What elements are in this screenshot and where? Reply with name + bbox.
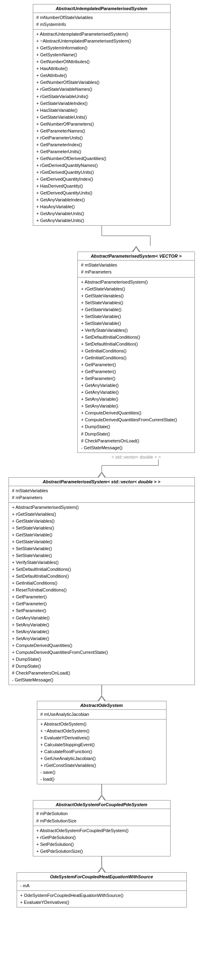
method-item: + GetParameterIndex() [36, 141, 167, 148]
method-item: + GetParameterUnits() [36, 148, 167, 155]
method-item: + GetInitialConditions() [12, 580, 191, 587]
field-item: # mUseAnalyticJacobian [41, 711, 163, 718]
parameterised-double-row: AbstractParameterisedSystem< std::vector… [4, 472, 199, 685]
ode-heat-box: OdeSystemForCoupledHeatEquationWithSourc… [17, 872, 187, 907]
abstract-ode-pde-fields: # mPdeSolution # mPdeSolutionSize [33, 809, 170, 826]
method-item: + SetPdeSolution() [36, 841, 167, 848]
method-item: + GetDerivedQuantityIndex() [36, 176, 167, 183]
method-item: + ComputeDerivedQuantities() [81, 410, 191, 416]
method-item: + SetDefaultInitialCondition() [81, 341, 191, 348]
method-item: + GetUseAnalyticJacobian() [41, 755, 163, 762]
method-item: + DumpState() [12, 656, 191, 663]
method-item: + DumpState() [81, 423, 191, 430]
method-item: + rGetStateVariables() [81, 286, 191, 293]
field-item: # mSystemInfo [36, 21, 167, 28]
method-item: + ResetToInitialConditions() [12, 587, 191, 594]
method-item: + GetNumberOfStateVariables() [36, 79, 167, 86]
method-item: + GetAnyVariableIndex() [36, 196, 167, 203]
abstract-ode-row: AbstractOdeSystem # mUseAnalyticJacobian… [4, 701, 199, 784]
abstract-untemplated-title: AbstractUntemplatedParameterisedSystem [33, 4, 170, 13]
method-item: + GetInitialConditions() [81, 348, 191, 354]
method-item: - GetStateMessage() [81, 444, 191, 451]
method-item: + HasAnyVariable() [36, 203, 167, 210]
method-item: + GetNumberOfParameters() [36, 121, 167, 128]
method-item: + EvaluateYDerivatives() [41, 734, 163, 741]
field-item: # mStateVariables [81, 262, 191, 269]
method-item: + GetNumberOfAttributes() [36, 58, 167, 65]
method-item: + GetStateVariable() [12, 538, 191, 545]
ode-heat-methods: + OdeSystemForCoupledHeatEquationWithSou… [17, 891, 186, 907]
method-item: + HasDerivedQuantity() [36, 183, 167, 190]
method-item: + rGetDerivedQuantityUnits() [36, 169, 167, 176]
method-item: + SetDefaultInitialCondition() [12, 573, 191, 580]
method-item: + ComputeDerivedQuantitiesFromCurrentSta… [81, 416, 191, 423]
method-item: + rGetConstStateVariables() [41, 762, 163, 769]
method-item: + GetAnyVariable() [81, 382, 191, 389]
method-item: + OdeSystemForCoupledHeatEquationWithSou… [20, 892, 183, 899]
method-item: + SetAnyVariable() [12, 635, 191, 642]
method-item: + SetStateVariable() [81, 313, 191, 320]
method-item: + rGetStateVariableUnits() [36, 93, 167, 100]
method-item: + GetStateVariables() [12, 518, 191, 525]
method-item: + AbstractParameterisedSystem() [81, 279, 191, 286]
method-item: + SetStateVariable() [12, 545, 191, 552]
parameterised-vector-row: AbstractParameterisedSystem< VECTOR > # … [4, 246, 199, 459]
method-item: - save() [41, 769, 163, 776]
field-item: - mA [20, 882, 183, 889]
connector-1 [4, 226, 199, 246]
method-item: + AbstractParameterisedSystem() [12, 504, 191, 511]
connector-3 [98, 685, 106, 701]
field-item: # mPdeSolution [36, 810, 167, 817]
method-item: + GetAnyVariable() [81, 389, 191, 396]
method-item: + EvaluateYDerivatives() [20, 899, 183, 906]
method-item: + SetParameter() [81, 375, 191, 382]
method-item: + GetStateVariables() [81, 293, 191, 299]
abstract-ode-fields: # mUseAnalyticJacobian [37, 710, 166, 720]
diagram: AbstractUntemplatedParameterisedSystem #… [4, 4, 199, 907]
field-item: # mStateVariables [12, 487, 191, 494]
method-item: + AbstractOdeSystem() [41, 721, 163, 728]
method-item: + SetAnyVariable() [12, 621, 191, 628]
method-item: + GetStateVariableIndex() [36, 100, 167, 107]
method-item: + GetStateVariable() [12, 532, 191, 538]
method-item: + SetAnyVariable() [81, 403, 191, 410]
method-item: + rGetDerivedQuantityNames() [36, 162, 167, 169]
method-item: + ~AbstractOdeSystem() [41, 728, 163, 734]
method-item: + GetPdeSolutionSize() [36, 848, 167, 855]
method-item: + VerifyStateVariables() [12, 559, 191, 566]
method-item: + SetStateVariables() [81, 299, 191, 306]
method-item: + GetStateVariable() [81, 306, 191, 313]
abstract-untemplated-methods: + AbstractUntemplatedParameterisedSystem… [33, 30, 170, 225]
method-item: + ComputeDerivedQuantities() [12, 642, 191, 649]
method-item: + GetParameter() [12, 594, 191, 600]
abstract-parameterised-vector-title: AbstractParameterisedSystem< VECTOR > [78, 252, 194, 260]
method-item: + GetAnyVariableUnits() [36, 210, 167, 217]
method-item: # CheckParametersOnLoad() [12, 670, 191, 677]
method-item: + CalculateRootFunction() [41, 748, 163, 755]
method-item: + GetDerivedQuantityUnits() [36, 190, 167, 196]
method-item: + GetParameter() [81, 361, 191, 368]
field-item: # mParameters [81, 269, 191, 275]
field-item: # mParameters [12, 494, 191, 501]
field-item: # mNumberOfStateVariables [36, 14, 167, 21]
method-item: - load() [41, 776, 163, 783]
method-item: + SetDefaultInitialConditions() [81, 334, 191, 341]
method-item: + GetAttribute() [36, 72, 167, 79]
abstract-untemplated-box: AbstractUntemplatedParameterisedSystem #… [33, 4, 171, 226]
inheritance-arrow [132, 246, 140, 252]
method-item: + SetAnyVariable() [12, 628, 191, 635]
inheritance-arrow-2 [98, 472, 106, 477]
method-item: + GetParameterNames() [36, 128, 167, 135]
method-item: + GetStateVariableUnits() [36, 114, 167, 121]
abstract-parameterised-double-fields: # mStateVariables # mParameters [9, 486, 194, 503]
method-item: + VerifyStateVariables() [81, 327, 191, 334]
method-item: + CalculateStoppingEvent() [41, 741, 163, 748]
template-label: < std::vector< double > > [111, 455, 161, 459]
ode-heat-title: OdeSystemForCoupledHeatEquationWithSourc… [17, 873, 186, 881]
method-item: + HasAttribute() [36, 65, 167, 72]
method-item: + SetStateVariables() [12, 525, 191, 532]
method-item: + SetStateVariable() [12, 552, 191, 559]
method-item: + SetDefaultInitialConditions() [12, 566, 191, 573]
ode-heat-fields: - mA [17, 881, 186, 891]
abstract-ode-pde-row: AbstractOdeSystemForCoupledPdeSystem # m… [4, 800, 199, 856]
